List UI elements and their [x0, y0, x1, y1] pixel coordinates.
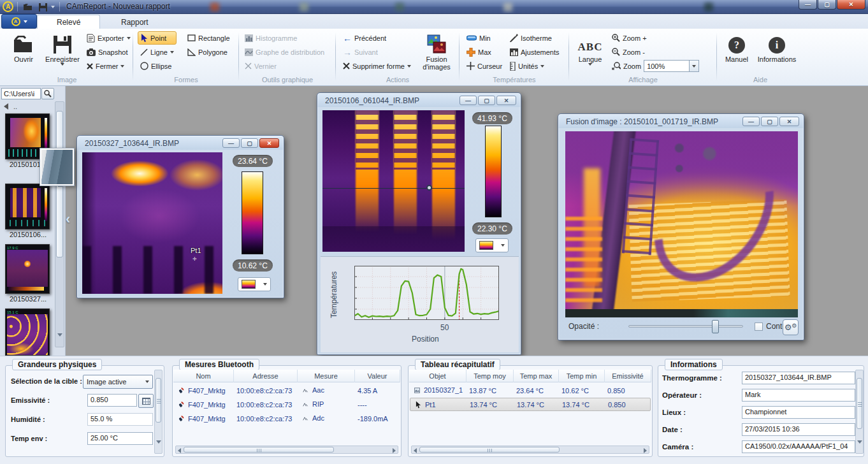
minimize-button[interactable]: —: [459, 96, 477, 105]
search-button[interactable]: [41, 88, 54, 99]
bluetooth-row[interactable]: F407_Mrktg 10:00:e8:c2:ca:73 Adc -189.0m…: [173, 412, 400, 425]
langue-button[interactable]: ABC Langue: [575, 31, 605, 74]
informations-button[interactable]: i Informations: [753, 31, 800, 74]
palette-dropdown[interactable]: [238, 277, 271, 291]
zoom-combobox[interactable]: 100%: [644, 60, 699, 73]
palette-dropdown[interactable]: [475, 238, 509, 252]
thermal-image[interactable]: [322, 110, 465, 252]
lieux-field[interactable]: Championnet: [742, 406, 855, 419]
scroll-down-icon[interactable]: [57, 333, 62, 344]
quick-save-button[interactable]: [36, 1, 49, 13]
ajustements-button[interactable]: Ajustements: [507, 45, 562, 59]
polygone-tool-button[interactable]: Polygone: [185, 45, 233, 59]
scroll-left-icon[interactable]: [178, 448, 181, 453]
panel-scrollbar[interactable]: [855, 370, 864, 454]
scrollbar-thumb[interactable]: [857, 378, 862, 429]
min-button[interactable]: Min: [464, 31, 505, 45]
tab-releve[interactable]: Relevé: [37, 15, 100, 29]
minimize-button[interactable]: —: [799, 0, 817, 10]
tab-rapport[interactable]: Rapport: [102, 15, 168, 29]
maximize-button[interactable]: ▢: [241, 138, 258, 148]
recap-row-pt1[interactable]: Pt1 13.74 °C 13.74 °C 13.74 °C 0.850: [410, 398, 651, 411]
scroll-down-icon[interactable]: [857, 440, 862, 451]
scrollbar-thumb[interactable]: [184, 447, 334, 453]
fusion-settings-button[interactable]: ⚙⚙: [783, 319, 799, 335]
thermogramme-field[interactable]: 20150327_103644_IR.BMP: [742, 372, 855, 384]
profile-chart[interactable]: [354, 266, 499, 320]
contours-checkbox[interactable]: [755, 323, 763, 331]
sidebar-scrollbar[interactable]: [55, 101, 64, 347]
scrollbar-thumb[interactable]: [156, 378, 161, 423]
image-window-20150327[interactable]: 20150327_103644_IR.BMP — ▢ ✕ Pt1 ✛ 23.64…: [76, 135, 284, 298]
maximize-button[interactable]: ▢: [818, 0, 836, 10]
close-button[interactable]: ✕: [496, 96, 516, 105]
up-directory-label[interactable]: ..: [13, 103, 17, 110]
panel-scrollbar[interactable]: [154, 370, 163, 454]
fusion-images-button[interactable]: Fusion d'images: [418, 31, 455, 74]
curseur-button[interactable]: Curseur: [464, 59, 505, 73]
sidebar-collapse-chevron[interactable]: ‹: [66, 211, 70, 228]
temperature-scale-bar[interactable]: [485, 126, 502, 217]
exporter-button[interactable]: Exporter: [84, 31, 133, 45]
close-button[interactable]: ✕: [259, 138, 279, 148]
back-arrow-icon[interactable]: [4, 103, 8, 110]
thermal-image[interactable]: Pt1 ✛: [82, 152, 222, 294]
snapshot-button[interactable]: Snapshot: [84, 45, 133, 59]
scroll-right-icon[interactable]: [393, 448, 396, 453]
image-window-20150106[interactable]: 20150106_061044_IR.BMP — ▢ ✕ 41.93 °C 2: [317, 92, 521, 355]
suivant-button[interactable]: → Suivant: [340, 45, 414, 59]
zoom-dropdown-button[interactable]: [690, 60, 699, 72]
scroll-right-icon[interactable]: [644, 448, 647, 453]
quick-access-dropdown[interactable]: [51, 6, 55, 8]
temperature-scale-bar[interactable]: [242, 171, 263, 254]
point-marker-pt1[interactable]: Pt1: [191, 247, 201, 254]
isotherme-button[interactable]: Isotherme: [507, 31, 562, 45]
camera-field[interactable]: CA1950/0.02x/AAAAAA/PtF1_04: [742, 440, 855, 453]
minimize-button[interactable]: —: [742, 117, 760, 126]
zoom-plus-button[interactable]: Zoom +: [609, 31, 702, 45]
app-menu-button[interactable]: A: [1, 14, 37, 29]
scroll-left-icon[interactable]: [414, 448, 417, 453]
maximize-button[interactable]: ▢: [478, 96, 495, 105]
emissivity-input[interactable]: 0.850: [87, 394, 137, 407]
ligne-tool-button[interactable]: Ligne: [138, 45, 177, 59]
recap-hscrollbar[interactable]: [411, 446, 649, 454]
supprimer-forme-button[interactable]: Supprimer forme: [340, 59, 414, 73]
bluetooth-row[interactable]: F407_Mrktg 10:00:e8:c2:ca:73 Aac 4.35 A: [173, 384, 400, 397]
line-profile-handle[interactable]: [426, 185, 432, 191]
opacity-slider-handle[interactable]: [712, 320, 719, 333]
close-button[interactable]: ✕: [837, 0, 865, 10]
opacity-slider[interactable]: [628, 325, 743, 328]
zoom-minus-button[interactable]: Zoom -: [609, 45, 702, 59]
target-selection-combobox[interactable]: Image active: [83, 375, 153, 389]
humidity-field[interactable]: 55.0 %: [87, 413, 153, 426]
enregistrer-button[interactable]: Enregistrer: [42, 31, 83, 74]
fusion-window[interactable]: Fusion d'image : 20150101_001719_IR.BMP …: [558, 113, 804, 340]
quick-open-button[interactable]: [21, 1, 34, 13]
maximize-button[interactable]: ▢: [761, 117, 778, 126]
close-button[interactable]: ✕: [779, 117, 799, 126]
date-field[interactable]: 27/03/2015 10:36: [742, 423, 855, 436]
thumbnail-partial[interactable]: 15.1 C: [5, 308, 50, 356]
thumbnail-20150327[interactable]: 17.9 C: [5, 244, 50, 294]
histogramme-button[interactable]: Histogramme: [242, 31, 327, 45]
ellipse-tool-button[interactable]: Ellipse: [138, 59, 177, 73]
ambient-temp-input[interactable]: 25.00 °C: [87, 432, 153, 445]
scrollbar-thumb[interactable]: [419, 447, 560, 453]
point-tool-button[interactable]: Point: [138, 31, 177, 45]
graphe-distribution-button[interactable]: Graphe de distribution: [242, 45, 327, 59]
recap-row-image[interactable]: 20150327_1 13.87 °C 23.64 °C 10.62 °C 0.…: [409, 384, 651, 397]
bluetooth-row[interactable]: F407_Mrktg 10:00:e8:c2:ca:73 RIP ----: [173, 398, 400, 411]
bluetooth-hscrollbar[interactable]: [175, 446, 398, 454]
path-input[interactable]: C:\Users\i: [1, 88, 41, 99]
operateur-field[interactable]: Mark: [742, 389, 855, 402]
minimize-button[interactable]: —: [222, 138, 240, 148]
rectangle-tool-button[interactable]: Rectangle: [185, 31, 233, 45]
ouvrir-button[interactable]: Ouvrir: [5, 31, 42, 74]
manuel-button[interactable]: ? Manuel: [720, 31, 753, 74]
line-profile[interactable]: [322, 188, 465, 189]
unites-button[interactable]: Unités: [507, 59, 562, 73]
precedent-button[interactable]: ← Précédent: [340, 31, 414, 45]
fermer-button[interactable]: Fermer: [84, 59, 133, 73]
vernier-button[interactable]: Vernier: [242, 59, 327, 73]
